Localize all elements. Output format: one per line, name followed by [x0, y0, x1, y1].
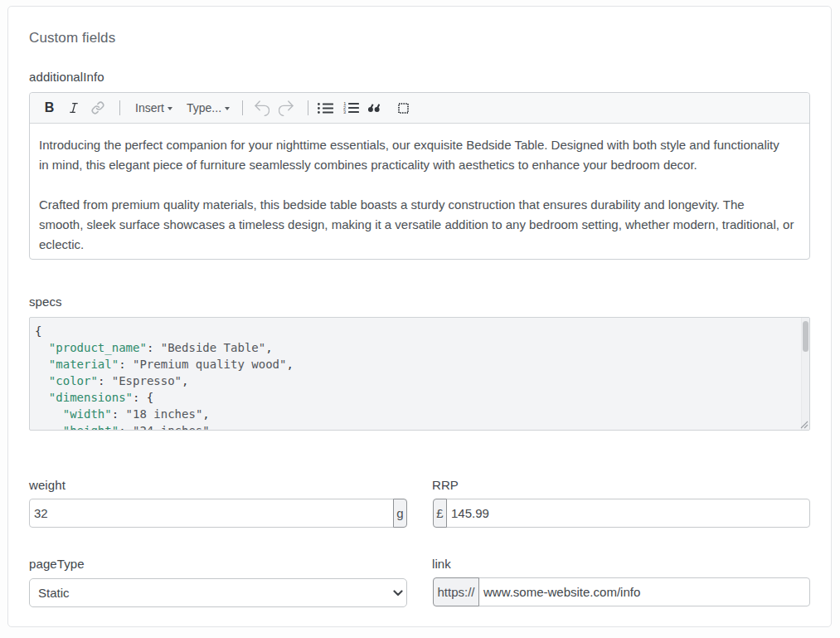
svg-text:3: 3	[343, 110, 346, 114]
bold-icon: B	[45, 100, 55, 115]
link-button[interactable]	[85, 96, 109, 119]
italic-button[interactable]	[61, 96, 85, 119]
insert-menu-label: Insert	[135, 101, 164, 114]
rte-paragraph: Introducing the perfect companion for yo…	[39, 135, 798, 175]
additional-info-label: additionalInfo	[29, 69, 810, 85]
link-label: link	[432, 556, 810, 572]
undo-icon	[255, 100, 269, 116]
toolbar-divider	[119, 100, 120, 115]
chevron-down-icon	[168, 107, 172, 110]
code-line: {	[35, 323, 794, 339]
code-line: "height": "24 inches",	[35, 422, 794, 431]
weight-unit-suffix: g	[393, 499, 407, 528]
code-lines: { "product_name": "Bedside Table", "mate…	[35, 323, 794, 431]
blockquote-button[interactable]	[362, 96, 386, 119]
scrollbar-track[interactable]	[801, 318, 809, 430]
code-line: "material": "Premium quality wood",	[35, 356, 794, 373]
page-type-select[interactable]: Static	[29, 578, 407, 607]
weight-input[interactable]: 32	[29, 499, 394, 528]
type-menu-button[interactable]: Type...	[187, 96, 230, 119]
section-title: Custom fields	[29, 30, 810, 46]
page-type-value: Static	[38, 586, 70, 600]
fullscreen-button[interactable]	[391, 96, 415, 119]
rte-content[interactable]: Introducing the perfect companion for yo…	[30, 124, 809, 259]
rte-paragraph: Crafted from premium quality materials, …	[39, 195, 798, 255]
blockquote-icon	[368, 104, 380, 112]
rrp-input[interactable]: 145.99	[446, 499, 810, 528]
undo-button[interactable]	[250, 96, 274, 119]
bullet-list-icon	[318, 103, 333, 114]
page-type-label: pageType	[29, 556, 407, 572]
link-input[interactable]: www.some-website.com/info	[478, 577, 810, 606]
toolbar-divider	[242, 100, 243, 115]
numbered-list-button[interactable]: 123	[339, 96, 363, 119]
resize-grip-icon[interactable]	[799, 420, 808, 429]
dashed-square-icon	[398, 103, 409, 114]
link-protocol-prefix: https://	[433, 577, 479, 606]
custom-fields-card: Custom fields additionalInfo B Insert Ty…	[7, 6, 832, 627]
redo-icon	[279, 100, 294, 116]
toolbar-divider	[308, 100, 308, 115]
type-menu-label: Type...	[187, 101, 221, 114]
code-line: "dimensions": {	[35, 389, 794, 406]
code-line: "width": "18 inches",	[35, 406, 794, 422]
rrp-currency-prefix: £	[433, 499, 447, 528]
page: Custom fields additionalInfo B Insert Ty…	[0, 0, 840, 638]
weight-input-group: 32 g	[29, 499, 407, 528]
redo-button[interactable]	[274, 96, 298, 119]
weight-label: weight	[29, 477, 407, 494]
code-line: "color": "Espresso",	[35, 373, 794, 389]
link-icon	[91, 101, 104, 114]
italic-icon	[69, 103, 79, 113]
chevron-down-icon	[393, 590, 403, 597]
numbered-list-icon: 123	[343, 102, 359, 114]
link-input-group: https:// www.some-website.com/info	[433, 577, 810, 606]
rich-text-editor: B Insert Type...	[29, 92, 810, 260]
code-line: "product_name": "Bedside Table",	[35, 339, 794, 356]
bullet-list-button[interactable]	[313, 96, 337, 119]
scrollbar-thumb[interactable]	[803, 321, 808, 352]
insert-menu-button[interactable]: Insert	[135, 96, 172, 119]
rrp-label: RRP	[432, 477, 810, 494]
bold-button[interactable]: B	[37, 96, 61, 119]
rte-toolbar: B Insert Type...	[30, 93, 809, 124]
specs-label: specs	[29, 294, 810, 310]
chevron-down-icon	[225, 107, 230, 110]
specs-code-editor[interactable]: { "product_name": "Bedside Table", "mate…	[29, 317, 810, 431]
rrp-input-group: £ 145.99	[433, 499, 810, 528]
